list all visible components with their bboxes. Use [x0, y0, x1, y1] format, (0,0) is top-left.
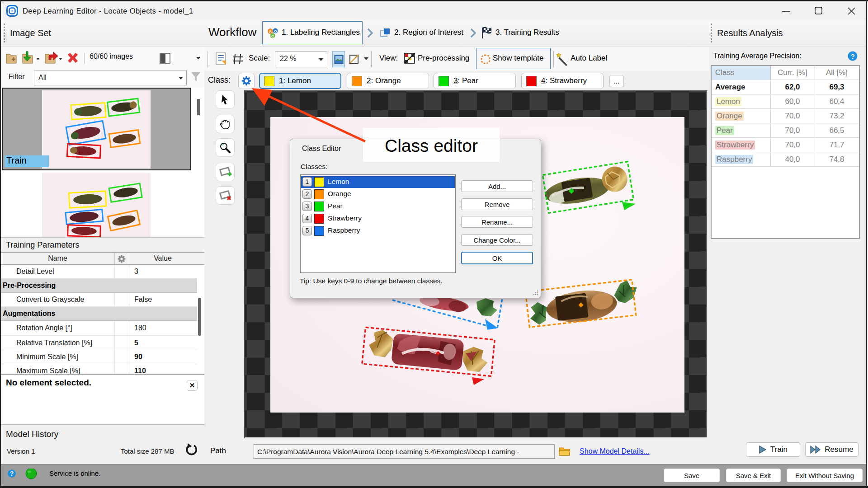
- svg-text:C: C: [271, 34, 274, 38]
- svg-text:A: A: [269, 29, 272, 34]
- svg-text:?: ?: [10, 470, 14, 477]
- svg-text:O: O: [274, 29, 277, 33]
- svg-text:?: ?: [850, 52, 854, 60]
